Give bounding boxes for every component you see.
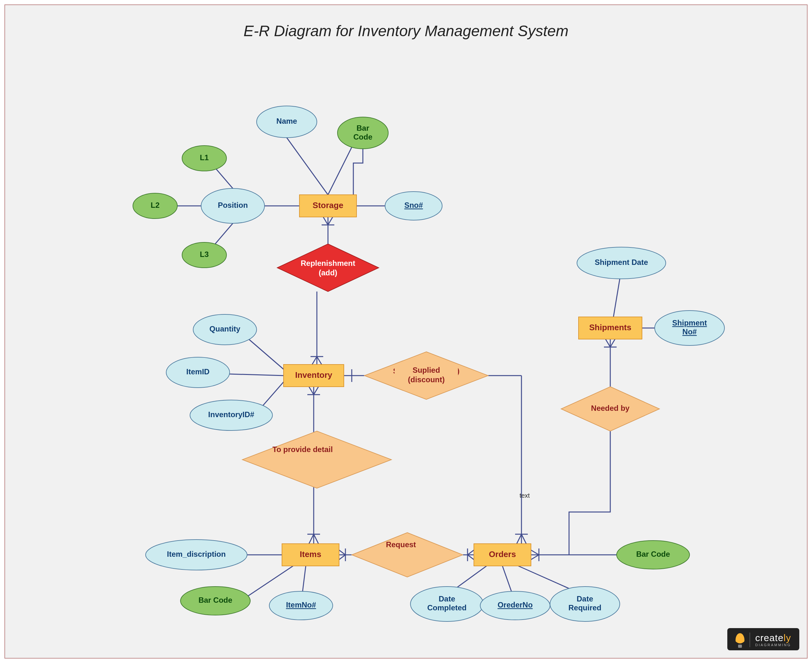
svg-marker-56 — [277, 244, 379, 291]
svg-text:Date: Date — [439, 595, 455, 603]
svg-line-1 — [328, 144, 354, 195]
attr-datereq: Date Required — [550, 587, 620, 621]
attr-barcode-orders: Bar Code — [617, 540, 689, 569]
creately-logo: creately Diagramming — [727, 628, 799, 650]
attr-itemno: ItemNo# — [269, 591, 333, 620]
svg-text:Shipments: Shipments — [589, 323, 631, 332]
svg-line-23 — [517, 534, 521, 544]
rel-request: Request — [352, 533, 463, 577]
attr-l1: L1 — [182, 146, 226, 171]
attr-barcode-items: Bar Code — [181, 587, 250, 615]
svg-marker-61 — [242, 431, 391, 488]
svg-text:Date: Date — [577, 595, 593, 603]
attr-quantity: Quantity — [193, 314, 257, 345]
svg-line-41 — [468, 550, 474, 555]
svg-text:Bar Code: Bar Code — [636, 550, 670, 558]
logo-brand: creately — [755, 633, 791, 643]
attr-sno: Sno# — [385, 192, 442, 220]
attr-shipdate: Shipment Date — [577, 247, 666, 279]
svg-line-24 — [521, 534, 526, 544]
svg-text:OrederNo: OrederNo — [498, 600, 533, 609]
svg-text:(add): (add) — [319, 268, 337, 277]
svg-line-30 — [309, 534, 314, 544]
svg-line-15 — [249, 339, 284, 369]
svg-text:Items: Items — [300, 550, 321, 559]
svg-line-4 — [214, 166, 233, 188]
entity-orders: Orders — [474, 544, 531, 566]
svg-marker-63 — [352, 533, 463, 577]
svg-text:Bar: Bar — [357, 124, 369, 132]
svg-line-34 — [303, 566, 306, 591]
svg-text:ItemID: ItemID — [186, 367, 209, 376]
svg-text:Sno#: Sno# — [404, 201, 423, 209]
svg-line-37 — [339, 550, 345, 555]
svg-text:Shipment: Shipment — [672, 319, 707, 327]
svg-line-28 — [314, 387, 318, 395]
svg-text:Item_discription: Item_discription — [167, 550, 226, 558]
svg-text:ItemNo#: ItemNo# — [286, 600, 316, 609]
svg-text:L1: L1 — [200, 153, 209, 162]
svg-line-6 — [214, 223, 233, 246]
svg-line-53 — [610, 339, 615, 347]
attr-l3: L3 — [182, 243, 226, 268]
svg-line-10 — [328, 217, 333, 225]
svg-text:Needed by: Needed by — [591, 404, 630, 412]
svg-line-44 — [502, 566, 512, 593]
svg-line-27 — [309, 387, 314, 395]
svg-text:Orders: Orders — [489, 550, 516, 559]
svg-text:Required: Required — [568, 603, 601, 612]
entity-items: Items — [282, 544, 339, 566]
svg-line-49 — [531, 555, 539, 560]
attr-shipno: Shipment No# — [655, 310, 725, 346]
lightbulb-icon — [736, 633, 744, 647]
svg-text:Bar Code: Bar Code — [199, 596, 232, 604]
svg-text:To provide detail: To provide detail — [273, 445, 333, 454]
svg-line-52 — [605, 339, 610, 347]
entity-inventory: Inventory — [284, 364, 344, 387]
rel-neededby: Needed by — [561, 387, 659, 431]
edge-label-text: text — [520, 492, 530, 499]
svg-line-54 — [613, 279, 620, 317]
attr-barcode-storage: Bar Code — [337, 117, 388, 149]
svg-text:Quantity: Quantity — [209, 325, 241, 333]
svg-line-16 — [230, 374, 284, 375]
rel-supplied-labels: Suplied (discount) — [395, 364, 458, 387]
svg-line-42 — [468, 555, 474, 560]
svg-text:No#: No# — [682, 327, 697, 336]
svg-line-14 — [317, 357, 321, 364]
logo-separator — [749, 632, 750, 647]
svg-text:Storage: Storage — [313, 201, 344, 210]
svg-text:Shipment Date: Shipment Date — [595, 258, 648, 267]
attr-name: Name — [257, 106, 317, 137]
svg-line-9 — [323, 217, 328, 225]
svg-text:Inventory: Inventory — [295, 370, 333, 380]
svg-line-0 — [287, 137, 328, 195]
attr-datecomp: Date Completed — [410, 587, 483, 621]
svg-text:Suplied: Suplied — [413, 366, 440, 374]
svg-line-48 — [531, 550, 539, 555]
relationships-group: Replenishment (add) Suplied (discount) T… — [242, 244, 659, 577]
svg-text:Code: Code — [354, 133, 372, 141]
rel-provide: To provide detail — [242, 431, 391, 488]
svg-text:Replenishment: Replenishment — [301, 259, 355, 267]
logo-tag: Diagramming — [755, 644, 791, 647]
svg-line-31 — [314, 534, 318, 544]
attr-itemid: ItemID — [166, 357, 230, 388]
svg-line-13 — [312, 357, 317, 364]
svg-line-45 — [518, 566, 575, 591]
er-diagram-canvas: Replenishment (add) Suplied (discount) T… — [5, 5, 807, 658]
attr-position: Position — [201, 188, 265, 223]
entity-storage: Storage — [299, 195, 357, 217]
svg-text:L2: L2 — [151, 201, 160, 209]
svg-text:Name: Name — [276, 117, 297, 125]
attr-itemdesc: Item_discription — [145, 540, 247, 570]
svg-text:L3: L3 — [200, 250, 209, 259]
svg-text:InventoryID#: InventoryID# — [208, 410, 254, 419]
attr-l2: L2 — [133, 193, 177, 218]
attr-inventoryid: InventoryID# — [190, 400, 273, 430]
attr-orderno: OrederNo — [480, 591, 550, 620]
svg-text:Request: Request — [386, 540, 416, 549]
svg-text:(discount): (discount) — [408, 375, 445, 384]
svg-text:Completed: Completed — [427, 603, 467, 612]
rel-replenishment: Replenishment (add) — [277, 244, 379, 291]
